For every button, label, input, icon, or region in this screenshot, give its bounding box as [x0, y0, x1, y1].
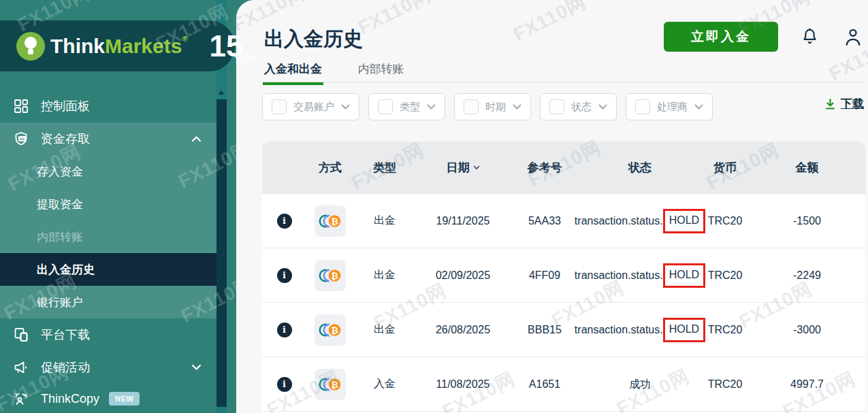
row-ref: 4FF09 [511, 269, 579, 282]
status-value: 成功 [629, 379, 651, 390]
new-badge: NEW [109, 392, 140, 406]
sidebar-item-funds[interactable]: 资金存取 [0, 122, 216, 155]
person-icon [843, 27, 863, 48]
scrollbar-thumb[interactable] [216, 99, 227, 407]
info-icon[interactable]: i [277, 214, 292, 229]
status-prefix: transaction.status. [575, 269, 663, 282]
row-amount: -2249 [749, 269, 865, 282]
sidebar-item-label: 促销活动 [41, 359, 90, 376]
status-prefix: transaction.status. [575, 324, 663, 336]
row-currency: TRC20 [701, 378, 749, 391]
chevron-down-icon [513, 104, 521, 110]
sidebar-item-label: ThinkCopy [41, 392, 99, 406]
sidebar-item-label: 控制面板 [41, 98, 90, 114]
deposit-now-button[interactable]: 立即入金 [664, 22, 778, 52]
crypto-method-icon: ₿ [315, 369, 346, 400]
sidebar-item-transaction-history[interactable]: 出入金历史 [0, 253, 216, 286]
chevron-up-icon [191, 135, 202, 143]
brand-think: Think [50, 35, 105, 57]
row-amount: 4997.7 [749, 378, 865, 391]
sidebar-item-deposit-funds[interactable]: 存入资金 [0, 155, 216, 188]
col-date[interactable]: 日期 [415, 160, 511, 176]
row-date: 11/08/2025 [415, 378, 511, 391]
col-type: 类型 [354, 160, 415, 176]
info-icon[interactable]: i [277, 377, 292, 392]
row-currency: TRC20 [701, 324, 749, 336]
row-status: 成功 [579, 379, 701, 390]
col-currency: 货币 [701, 160, 749, 176]
checkbox[interactable] [464, 99, 479, 114]
checkbox[interactable] [635, 99, 650, 114]
checkbox[interactable] [272, 99, 287, 114]
status-value: HOLD [663, 263, 705, 288]
sidebar-item-dashboard[interactable]: 控制面板 [0, 90, 216, 122]
table-body: i ₿ 出金 19/11/2025 5AA33 transaction.stat… [262, 194, 865, 412]
sidebar-menu: 控制面板 资金存取 存入资金 提取资金 内部转账 出入金历史 银行账户 平台下载 [0, 90, 216, 413]
crypto-method-icon: ₿ [315, 205, 346, 237]
anniversary-badge: 15Years [210, 31, 253, 61]
scroll-up-arrow-icon[interactable] [219, 90, 224, 95]
filter-row: 交易账户 类型 时期 状态 处理商 [262, 93, 713, 120]
tab-deposits-withdrawals[interactable]: 入金和出金 [264, 61, 322, 84]
filter-trading-account[interactable]: 交易账户 [262, 93, 359, 120]
col-ref: 参考号 [511, 160, 579, 176]
table-row[interactable]: i ₿ 出金 26/08/2025 BBB15 transaction.stat… [262, 303, 865, 357]
filter-period[interactable]: 时期 [454, 93, 531, 120]
brand-markets: Markets [105, 35, 182, 57]
col-status: 状态 [579, 160, 701, 176]
chevron-down-icon [694, 104, 703, 110]
table-header: 方式 类型 日期 参考号 状态 货币 金额 [262, 142, 865, 194]
table-row[interactable]: i ₿ 出金 19/11/2025 5AA33 transaction.stat… [262, 194, 865, 248]
svg-text:₿: ₿ [331, 325, 338, 335]
checkbox[interactable] [549, 99, 564, 114]
col-amount: 金额 [749, 160, 865, 176]
main-panel: 出入金历史 立即入金 入金和出金 内部转账 交易账户 类型 [236, 0, 868, 413]
platform-download-icon [13, 327, 29, 343]
filter-status[interactable]: 状态 [540, 93, 617, 120]
table-row[interactable]: i ₿ 入金 11/08/2025 A1651 成功 TRC20 4997.7 [262, 357, 865, 412]
sidebar-item-bank-accounts[interactable]: 银行账户 [0, 286, 216, 318]
status-value: HOLD [663, 318, 705, 342]
sidebar-item-withdraw-funds[interactable]: 提取资金 [0, 188, 216, 220]
filter-processor[interactable]: 处理商 [626, 93, 713, 120]
notifications-button[interactable] [801, 27, 819, 49]
filter-type[interactable]: 类型 [368, 93, 445, 120]
svg-text:₿: ₿ [331, 379, 338, 389]
sidebar-item-promotions[interactable]: 促销活动 [0, 351, 216, 384]
info-icon[interactable]: i [277, 323, 292, 337]
crypto-method-icon: ₿ [315, 260, 346, 291]
transactions-table: 方式 类型 日期 参考号 状态 货币 金额 i [262, 142, 865, 413]
row-type: 出金 [354, 214, 415, 228]
thinkcopy-people-icon [13, 391, 29, 407]
sidebar-item-internal-transfer[interactable]: 内部转账 [0, 220, 216, 253]
crypto-method-icon: ₿ [315, 314, 346, 346]
brand-name: ThinkMarkets® [50, 35, 188, 58]
brand-logo[interactable]: ThinkMarkets® 15Years [0, 20, 235, 71]
row-type: 出金 [354, 268, 415, 282]
funds-group: 资金存取 存入资金 提取资金 内部转账 出入金历史 银行账户 [0, 122, 216, 318]
sidebar-item-label: 资金存取 [41, 131, 90, 147]
chevron-down-icon [598, 104, 607, 110]
sidebar-item-thinkcopy[interactable]: ThinkCopy NEW [0, 384, 216, 413]
download-link[interactable]: 下载 [824, 96, 864, 112]
tab-internal-transfers[interactable]: 内部转账 [357, 61, 404, 84]
table-row[interactable]: i ₿ 出金 02/09/2025 4FF09 transaction.stat… [262, 248, 865, 303]
row-currency: TRC20 [701, 215, 749, 227]
chevron-down-icon [427, 104, 436, 110]
anniversary-years: Years [233, 52, 258, 64]
download-icon [824, 98, 836, 110]
row-date: 02/09/2025 [415, 269, 511, 282]
svg-text:₿: ₿ [331, 216, 338, 226]
row-amount: -3000 [749, 324, 865, 336]
row-ref: 5AA33 [511, 215, 579, 227]
info-icon[interactable]: i [277, 268, 292, 283]
row-currency: TRC20 [701, 269, 749, 282]
row-date: 19/11/2025 [415, 215, 511, 227]
checkbox[interactable] [378, 99, 393, 114]
funds-shield-icon [13, 131, 29, 147]
profile-button[interactable] [843, 27, 863, 50]
registered-mark: ® [182, 35, 187, 43]
col-method: 方式 [306, 160, 354, 176]
sidebar: ThinkMarkets® 15Years 控制面板 资金存取 存入资金 提取资… [0, 0, 266, 413]
sidebar-item-platform-download[interactable]: 平台下载 [0, 318, 216, 351]
